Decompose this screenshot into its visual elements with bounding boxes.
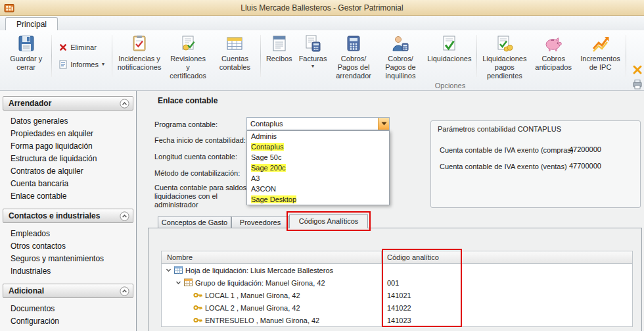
dropdown-arrow-icon: ▾ xyxy=(311,65,314,68)
key-icon xyxy=(193,316,202,324)
column-header-codigo-analitico[interactable]: Código analítico xyxy=(382,251,632,263)
ribbon: Guardar y cerrar Eliminar Informes ▾ xyxy=(0,30,644,91)
chevron-up-icon xyxy=(120,211,129,221)
sidebar-item-configuracion[interactable]: Configuración xyxy=(3,315,133,328)
receipts-icon xyxy=(270,34,288,53)
sidebar-item-propiedades-en-alquiler[interactable]: Propiedades en alquiler xyxy=(3,128,133,140)
ribbon-separator xyxy=(476,35,477,77)
ribbon-separator xyxy=(260,35,261,77)
expand-arrow-icon[interactable] xyxy=(165,267,172,273)
sidebar-group-adicional[interactable]: Adicional xyxy=(3,284,133,298)
orange-x-icon[interactable] xyxy=(631,64,644,75)
cuentas-contables-button[interactable]: Cuentas contables xyxy=(212,32,258,80)
content: Enlace contable Programa contable: Fecha… xyxy=(137,91,644,331)
longitud-cuenta-label: Longitud cuenta contable: xyxy=(154,153,237,161)
eliminar-button[interactable]: Eliminar xyxy=(57,42,107,53)
save-icon xyxy=(17,34,35,53)
dropdown-option-adminis[interactable]: Adminis xyxy=(247,131,389,141)
expand-arrow-icon[interactable] xyxy=(175,280,181,286)
ribbon-separator xyxy=(112,35,112,77)
sidebar-item-otros-contactos[interactable]: Otros contactos xyxy=(3,240,133,253)
group-icon xyxy=(184,278,193,287)
tab-proveedores[interactable]: Proveedores xyxy=(231,216,289,228)
tree-node-label: ENTRESUELO , Manuel Girona, 42 xyxy=(205,317,319,324)
report-icon xyxy=(59,60,67,69)
iva-compras-input[interactable] xyxy=(568,145,637,154)
tree-node-label: Hoja de liquidación: Lluis Mercade Balle… xyxy=(185,267,333,274)
key-icon xyxy=(193,303,202,312)
metodo-contabilizacion-label: Método de contabilización: xyxy=(154,169,240,177)
window-title: Lluis Mercade Ballesteros - Gestor Patri… xyxy=(0,3,644,13)
facturas-button[interactable]: Facturas ▾ xyxy=(296,32,331,80)
table-row[interactable]: LOCAL 1 , Manuel Girona, 42 141021 xyxy=(162,289,632,301)
dropdown-option-contaplus[interactable]: Contaplus xyxy=(247,141,389,152)
accounts-table-icon xyxy=(225,34,244,53)
iva-ventas-input[interactable] xyxy=(568,161,637,170)
pending-settlements-icon xyxy=(495,34,514,53)
iva-compras-label: Cuenta contable de IVA exento (compras) xyxy=(440,146,573,154)
programa-contable-combobox[interactable] xyxy=(246,117,390,130)
liquidaciones-pendientes-button[interactable]: Liquidaciones pagos pendientes xyxy=(479,32,530,80)
recibos-button[interactable]: Recibos xyxy=(263,32,296,80)
titlebar: Lluis Mercade Ballesteros - Gestor Patri… xyxy=(0,0,644,16)
incrementos-ipc-button[interactable]: Incrementos de IPC xyxy=(577,32,624,80)
table-row[interactable]: Grupo de liquidación: Manuel Girona, 42 … xyxy=(162,276,632,289)
analytic-codes-table: Nombre Código analítico Hoja de liquidac… xyxy=(161,251,633,327)
dropdown-option-sage-desktop[interactable]: Sage Desktop xyxy=(247,194,389,205)
sidebar-item-documentos[interactable]: Documentos xyxy=(3,303,133,315)
sidebar: Arrendador Datos generales Propiedades e… xyxy=(0,91,137,331)
params-groupbox: Parámetros contabilidad CONTAPLUS Cuenta… xyxy=(430,120,641,208)
dropdown-option-sage50c[interactable]: Sage 50c xyxy=(247,152,389,163)
liquidaciones-button[interactable]: Liquidaciones xyxy=(424,32,474,80)
ribbon-separator xyxy=(626,35,626,77)
sidebar-item-cuenta-bancaria[interactable]: Cuenta bancaria xyxy=(3,178,133,190)
analytic-code-cell: 141022 xyxy=(382,304,411,312)
fecha-inicio-label: Fecha inicio de contabilidad: xyxy=(154,136,246,144)
programa-dropdown-list: Adminis Contaplus Sage 50c Sage 200c A3 … xyxy=(246,130,390,205)
sidebar-item-enlace-contable[interactable]: Enlace contable xyxy=(3,190,133,203)
incidencias-notificaciones-button[interactable]: Incidencias y notificaciones xyxy=(114,32,165,80)
sidebar-item-contratos-de-alquiler[interactable]: Contratos de alquiler xyxy=(3,165,133,178)
guardar-cerrar-button[interactable]: Guardar y cerrar xyxy=(3,32,49,80)
sheet-icon xyxy=(174,266,183,274)
analytic-code-cell: 141023 xyxy=(382,317,411,324)
tenant-payments-icon xyxy=(391,34,409,53)
sidebar-group-arrendador[interactable]: Arrendador xyxy=(3,96,133,111)
sidebar-item-industriales[interactable]: Industriales xyxy=(3,265,133,278)
column-header-nombre[interactable]: Nombre xyxy=(162,251,382,263)
sidebar-item-empleados[interactable]: Empleados xyxy=(3,228,133,240)
incidents-icon xyxy=(130,34,149,53)
sidebar-item-estructura-de-liquidacion[interactable]: Estructura de liquidación xyxy=(3,153,133,165)
cobros-pagos-inquilinos-button[interactable]: Cobros/ Pagos de inquilinos xyxy=(377,32,424,80)
sidebar-item-forma-pago-liquidacion[interactable]: Forma pago liquidación xyxy=(3,140,133,153)
dropdown-option-a3[interactable]: A3 xyxy=(247,173,389,184)
ipc-increase-icon xyxy=(591,34,610,53)
tab-strip: Conceptos de Gasto Proveedores Códigos A… xyxy=(158,214,368,228)
table-row[interactable]: ENTRESUELO , Manuel Girona, 42 141023 xyxy=(162,314,632,326)
cobros-anticipados-button[interactable]: Cobros anticipados xyxy=(530,32,576,80)
programa-contable-input[interactable] xyxy=(247,118,378,130)
tab-codigos-analiticos[interactable]: Códigos Analíticos xyxy=(289,214,368,228)
certificates-icon xyxy=(179,34,197,53)
dropdown-option-a3con[interactable]: A3CON xyxy=(247,184,389,194)
tab-conceptos-de-gasto[interactable]: Conceptos de Gasto xyxy=(158,216,231,228)
printer-icon[interactable] xyxy=(631,79,644,89)
tab-principal[interactable]: Principal xyxy=(5,17,58,32)
sidebar-item-datos-generales[interactable]: Datos generales xyxy=(3,115,133,128)
piggy-bank-icon xyxy=(544,34,563,53)
table-row[interactable]: Hoja de liquidación: Lluis Mercade Balle… xyxy=(162,264,632,276)
cuenta-saldos-label: Cuenta contable para saldos de liquidaci… xyxy=(154,184,260,209)
sidebar-group-contactos[interactable]: Contactos e industriales xyxy=(3,209,133,223)
combo-dropdown-button[interactable] xyxy=(378,118,389,130)
app-window: Lluis Mercade Ballesteros - Gestor Patri… xyxy=(0,0,644,331)
informes-button[interactable]: Informes ▾ xyxy=(57,59,107,70)
key-icon xyxy=(193,291,202,299)
settlements-icon xyxy=(440,34,459,53)
revisiones-certificados-button[interactable]: Revisiones y certificados xyxy=(164,32,211,80)
table-row[interactable]: LOCAL 2 , Manuel Girona, 42 141022 xyxy=(162,301,632,314)
ribbon-group-caption: Opciones xyxy=(421,82,480,89)
dropdown-option-sage200c[interactable]: Sage 200c xyxy=(247,163,389,173)
cobros-pagos-arrendador-button[interactable]: Cobros/ Pagos del arrendador xyxy=(330,32,377,80)
tree-node-label: LOCAL 2 , Manuel Girona, 42 xyxy=(205,304,300,312)
sidebar-item-seguros-y-mantenimientos[interactable]: Seguros y mantenimientos xyxy=(3,253,133,265)
